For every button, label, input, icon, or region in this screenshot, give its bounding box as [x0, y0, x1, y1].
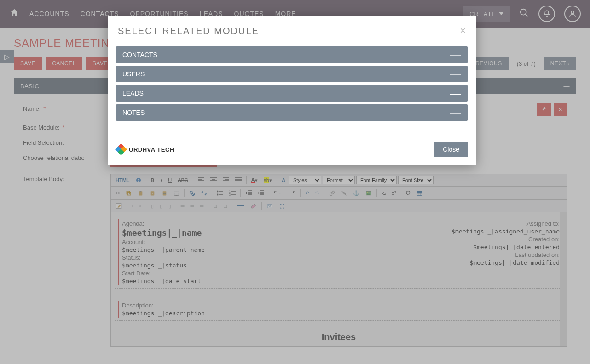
module-row-leads[interactable]: LEADS —	[116, 85, 468, 102]
module-label: NOTES	[122, 109, 145, 116]
module-row-users[interactable]: USERS —	[116, 66, 468, 82]
minus-icon: —	[450, 52, 461, 57]
module-label: CONTACTS	[122, 51, 157, 58]
module-label: USERS	[122, 70, 145, 78]
module-row-contacts[interactable]: CONTACTS —	[116, 46, 468, 63]
footer-logo: URDHVA TECH	[116, 144, 174, 154]
modal-close-button[interactable]: Close	[434, 142, 468, 157]
minus-icon: —	[450, 110, 461, 115]
minus-icon: —	[450, 71, 461, 77]
module-label: LEADS	[122, 90, 144, 97]
select-related-module-modal: SELECT RELATED MODULE × CONTACTS — USERS…	[108, 16, 476, 165]
logo-mark-icon	[116, 144, 126, 154]
module-row-notes[interactable]: NOTES —	[116, 104, 468, 121]
logo-text: URDHVA TECH	[129, 146, 174, 153]
modal-close-icon[interactable]: ×	[460, 26, 466, 36]
minus-icon: —	[450, 91, 461, 96]
modal-title: SELECT RELATED MODULE	[118, 26, 259, 36]
